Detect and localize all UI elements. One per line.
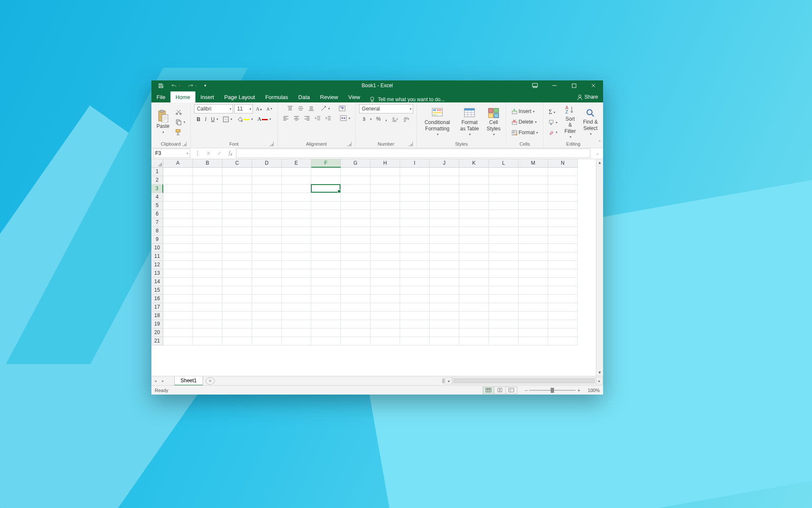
sheet-nav-prev[interactable]: ◂ (151, 378, 159, 383)
merge-center-button[interactable]: ▾ (338, 114, 352, 122)
cell[interactable] (400, 227, 430, 235)
cell[interactable] (370, 210, 400, 218)
cell[interactable] (222, 202, 252, 210)
cell[interactable] (282, 312, 311, 320)
cell[interactable] (163, 286, 193, 295)
cell[interactable] (311, 168, 341, 176)
cell[interactable] (252, 244, 282, 252)
clear-button[interactable]: ▾ (547, 128, 559, 136)
cell[interactable] (341, 235, 370, 244)
cell[interactable] (282, 210, 311, 218)
cell[interactable] (430, 244, 459, 252)
cell[interactable] (222, 227, 252, 235)
column-header[interactable]: M (518, 159, 548, 168)
row-header[interactable]: 5 (151, 202, 163, 210)
cell[interactable] (222, 278, 252, 286)
cell[interactable] (518, 244, 548, 252)
cell[interactable] (193, 295, 222, 303)
cell[interactable] (222, 303, 252, 312)
cell[interactable] (252, 252, 282, 261)
cell[interactable] (341, 227, 370, 235)
cell[interactable] (518, 218, 548, 227)
cell[interactable] (193, 168, 222, 176)
cell[interactable] (222, 312, 252, 320)
cell[interactable] (459, 269, 489, 278)
find-select-button[interactable]: Find & Select▾ (581, 107, 600, 137)
align-top-button[interactable] (285, 104, 295, 113)
cell[interactable] (252, 269, 282, 278)
copy-button[interactable]: ▾ (174, 118, 187, 127)
cell[interactable] (489, 252, 518, 261)
cell[interactable] (193, 185, 222, 193)
cancel-formula-button[interactable]: ✕ (203, 149, 214, 158)
cell[interactable] (370, 193, 400, 202)
cell[interactable] (400, 286, 430, 295)
vertical-scrollbar[interactable]: ▲ ▼ (596, 159, 603, 376)
cell[interactable] (400, 295, 430, 303)
cell[interactable] (548, 168, 578, 176)
cell[interactable] (311, 337, 341, 345)
cell[interactable] (430, 227, 459, 235)
normal-view-button[interactable] (483, 387, 494, 394)
cell[interactable] (430, 261, 459, 269)
minimize-button[interactable] (545, 80, 564, 91)
cell[interactable] (370, 278, 400, 286)
increase-decimal-button[interactable]: .0.00 (390, 115, 400, 123)
cell[interactable] (518, 193, 548, 202)
cell[interactable] (548, 210, 578, 218)
cell[interactable] (548, 193, 578, 202)
cell[interactable] (548, 303, 578, 312)
cell[interactable] (163, 337, 193, 345)
new-sheet-button[interactable]: + (206, 377, 215, 385)
cell[interactable] (518, 269, 548, 278)
cell[interactable] (222, 329, 252, 337)
cell[interactable] (282, 218, 311, 227)
cell[interactable] (282, 176, 311, 185)
cell[interactable] (370, 252, 400, 261)
cell[interactable] (400, 252, 430, 261)
cell[interactable] (341, 185, 370, 193)
expand-formula-bar-button[interactable]: ⌄ (592, 149, 603, 158)
cell[interactable] (518, 252, 548, 261)
cell[interactable] (400, 337, 430, 345)
row-header[interactable]: 10 (151, 244, 163, 252)
cell[interactable] (222, 193, 252, 202)
decrease-decimal-button[interactable]: .00.0 (401, 115, 411, 123)
cell[interactable] (430, 329, 459, 337)
cell[interactable] (282, 278, 311, 286)
cell[interactable] (548, 176, 578, 185)
cell[interactable] (518, 329, 548, 337)
cell[interactable] (548, 227, 578, 235)
cell[interactable] (311, 202, 341, 210)
cell[interactable] (311, 218, 341, 227)
cell[interactable] (430, 176, 459, 185)
formula-input[interactable] (236, 149, 590, 158)
italic-button[interactable]: I (203, 115, 208, 124)
cell[interactable] (370, 227, 400, 235)
cell[interactable] (222, 261, 252, 269)
cell[interactable] (400, 312, 430, 320)
column-header[interactable]: L (489, 159, 518, 168)
cell[interactable] (400, 185, 430, 193)
cell[interactable] (222, 244, 252, 252)
zoom-in-button[interactable]: + (577, 388, 580, 393)
cell[interactable] (222, 337, 252, 345)
cell[interactable] (430, 312, 459, 320)
cell[interactable] (548, 235, 578, 244)
cell[interactable] (282, 244, 311, 252)
cell[interactable] (400, 278, 430, 286)
zoom-slider[interactable]: − + (525, 388, 580, 393)
column-header[interactable]: K (459, 159, 489, 168)
cell[interactable] (193, 244, 222, 252)
cell[interactable] (193, 210, 222, 218)
page-break-view-button[interactable] (505, 387, 517, 394)
cut-button[interactable] (174, 108, 187, 116)
cell[interactable] (370, 312, 400, 320)
cell[interactable] (222, 218, 252, 227)
cell[interactable] (548, 320, 578, 329)
cell[interactable] (489, 261, 518, 269)
cell[interactable] (282, 168, 311, 176)
font-color-button[interactable]: A▾ (256, 115, 273, 124)
cell[interactable] (518, 286, 548, 295)
accounting-format-button[interactable]: $▾ (361, 115, 373, 123)
